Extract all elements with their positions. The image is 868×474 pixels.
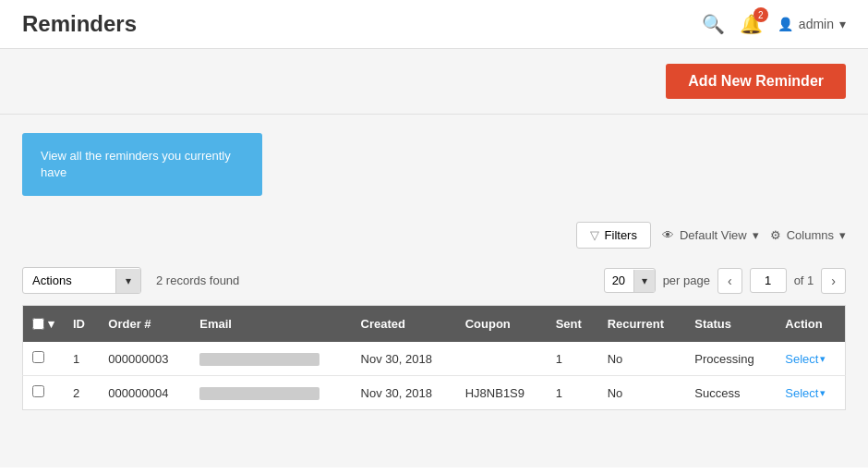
table-controls: Actions ▾ 2 records found 20 ▾ per page … <box>22 256 846 305</box>
col-order: Order # <box>99 306 190 343</box>
per-page-dropdown[interactable]: 20 <box>605 269 633 292</box>
records-count: 2 records found <box>156 273 239 287</box>
add-new-reminder-button[interactable]: Add New Reminder <box>666 64 846 99</box>
row1-checkbox[interactable] <box>32 351 44 363</box>
actions-dropdown[interactable]: Actions ▾ <box>22 267 141 294</box>
row1-coupon <box>456 342 547 376</box>
row2-email <box>190 376 351 410</box>
page-of-label: of 1 <box>794 273 814 287</box>
search-icon[interactable]: 🔍 <box>702 13 725 35</box>
row1-email <box>190 342 351 376</box>
eye-icon: 👁 <box>662 228 674 242</box>
col-sent: Sent <box>547 306 598 343</box>
row2-status: Success <box>685 376 776 410</box>
row2-select-button[interactable]: Select <box>785 386 818 400</box>
table-section: Actions ▾ 2 records found 20 ▾ per page … <box>0 256 868 432</box>
gear-icon: ⚙ <box>770 228 781 242</box>
row2-action[interactable]: Select ▾ <box>776 376 845 410</box>
top-bar: Add New Reminder <box>0 49 868 115</box>
col-recurrent: Recurrent <box>598 306 686 343</box>
row1-select-button[interactable]: Select <box>785 352 818 366</box>
col-created: Created <box>352 306 456 343</box>
row2-email-blurred <box>199 387 319 400</box>
header: Reminders 🔍 🔔 2 👤 admin ▾ <box>0 0 868 49</box>
col-action: Action <box>776 306 845 343</box>
filter-funnel-icon: ▽ <box>590 228 599 242</box>
table-controls-left: Actions ▾ 2 records found <box>22 267 239 294</box>
admin-label: admin <box>799 17 834 31</box>
filters-button[interactable]: ▽ Filters <box>576 222 651 249</box>
page-title: Reminders <box>22 11 137 37</box>
view-chevron-icon: ▾ <box>753 228 759 242</box>
row1-recurrent: No <box>598 342 686 376</box>
select-all-header[interactable]: ▾ <box>23 306 65 343</box>
default-view-button[interactable]: 👁 Default View ▾ <box>662 228 759 242</box>
pagination-prev-button[interactable]: ‹ <box>717 268 742 294</box>
pagination-next-button[interactable]: › <box>821 268 846 294</box>
row2-coupon: HJ8NB1S9 <box>456 376 547 410</box>
filters-row: ▽ Filters 👁 Default View ▾ ⚙ Columns ▾ <box>0 214 868 256</box>
columns-button[interactable]: ⚙ Columns ▾ <box>770 228 846 242</box>
col-coupon: Coupon <box>456 306 547 343</box>
table-row: 2 000000004 Nov 30, 2018 HJ8NB1S9 1 No S… <box>23 376 846 410</box>
row2-checkbox[interactable] <box>32 385 44 397</box>
select-all-chevron-icon[interactable]: ▾ <box>48 317 54 331</box>
row2-checkbox-cell[interactable] <box>23 376 65 410</box>
col-email: Email <box>190 306 351 343</box>
columns-chevron-icon: ▾ <box>839 228 846 242</box>
col-id: ID <box>64 306 99 343</box>
select-all-checkbox[interactable] <box>32 318 44 330</box>
info-box: View all the reminders you currently hav… <box>22 133 262 196</box>
page-number-input[interactable] <box>750 268 787 293</box>
row2-id: 2 <box>64 376 99 410</box>
per-page-select[interactable]: 20 ▾ <box>604 268 656 293</box>
row1-status: Processing <box>685 342 776 376</box>
header-actions: 🔍 🔔 2 👤 admin ▾ <box>702 13 846 35</box>
table-row: 1 000000003 Nov 30, 2018 1 No Processing… <box>23 342 846 376</box>
admin-user-menu[interactable]: 👤 admin ▾ <box>778 17 846 31</box>
row2-sent: 1 <box>547 376 598 410</box>
notification-badge: 2 <box>753 7 768 22</box>
row2-created: Nov 30, 2018 <box>352 376 456 410</box>
row1-action[interactable]: Select ▾ <box>776 342 845 376</box>
user-icon: 👤 <box>778 17 793 31</box>
row1-checkbox-cell[interactable] <box>23 342 65 376</box>
row2-select-arrow-icon[interactable]: ▾ <box>820 387 826 399</box>
per-page-label: per page <box>663 273 710 287</box>
row1-sent: 1 <box>547 342 598 376</box>
row1-select-arrow-icon[interactable]: ▾ <box>820 353 826 365</box>
row1-email-blurred <box>199 353 319 366</box>
table-body: 1 000000003 Nov 30, 2018 1 No Processing… <box>23 342 846 410</box>
user-chevron-icon: ▾ <box>839 17 846 31</box>
notification-icon[interactable]: 🔔 2 <box>740 13 763 35</box>
row1-select-wrap: Select ▾ <box>785 352 836 366</box>
row2-recurrent: No <box>598 376 686 410</box>
col-status: Status <box>685 306 776 343</box>
table-controls-right: 20 ▾ per page ‹ of 1 › <box>604 268 846 294</box>
filters-label: Filters <box>605 228 637 242</box>
view-label: Default View <box>680 228 747 242</box>
row1-created: Nov 30, 2018 <box>352 342 456 376</box>
row1-order: 000000003 <box>99 342 190 376</box>
table-header: ▾ ID Order # Email Created Coupon Sent R… <box>23 306 846 343</box>
info-box-text: View all the reminders you currently hav… <box>41 149 231 179</box>
actions-select[interactable]: Actions <box>23 268 115 293</box>
row2-select-wrap: Select ▾ <box>785 386 836 400</box>
columns-label: Columns <box>787 228 834 242</box>
row1-id: 1 <box>64 342 99 376</box>
main-content: Add New Reminder View all the reminders … <box>0 49 868 468</box>
per-page-arrow-icon[interactable]: ▾ <box>633 270 655 292</box>
info-section: View all the reminders you currently hav… <box>0 115 868 214</box>
actions-dropdown-arrow-icon[interactable]: ▾ <box>115 269 140 293</box>
row2-order: 000000004 <box>99 376 190 410</box>
data-table: ▾ ID Order # Email Created Coupon Sent R… <box>22 305 846 410</box>
